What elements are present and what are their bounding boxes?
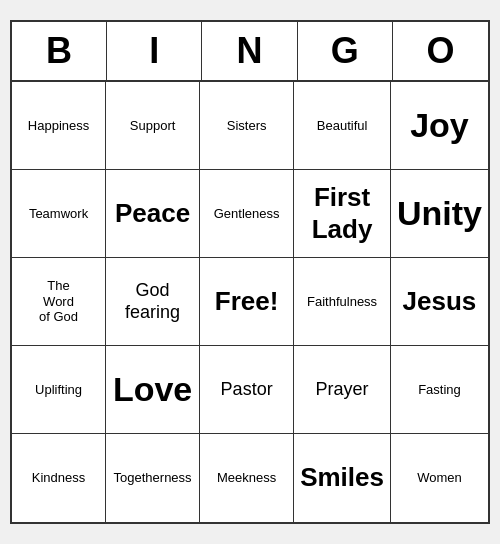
bingo-cell[interactable]: Pastor [200, 346, 294, 434]
bingo-cell[interactable]: Free! [200, 258, 294, 346]
cell-text: Pastor [221, 379, 273, 401]
bingo-cell[interactable]: Smiles [294, 434, 391, 522]
bingo-cell[interactable]: Peace [106, 170, 200, 258]
cell-text: Free! [215, 286, 279, 317]
cell-text: Togetherness [114, 470, 192, 486]
bingo-cell[interactable]: Togetherness [106, 434, 200, 522]
bingo-cell[interactable]: Kindness [12, 434, 106, 522]
cell-text: Kindness [32, 470, 85, 486]
cell-text: Women [417, 470, 462, 486]
bingo-cell[interactable]: Unity [391, 170, 488, 258]
bingo-cell[interactable]: FirstLady [294, 170, 391, 258]
bingo-cell[interactable]: Women [391, 434, 488, 522]
cell-text: Joy [410, 105, 469, 146]
bingo-cell[interactable]: Happiness [12, 82, 106, 170]
cell-text: TheWordof God [39, 278, 78, 325]
header-letter: I [107, 22, 202, 80]
cell-text: Meekness [217, 470, 276, 486]
cell-text: Peace [115, 198, 190, 229]
header-letter: B [12, 22, 107, 80]
bingo-cell[interactable]: TheWordof God [12, 258, 106, 346]
bingo-cell[interactable]: Sisters [200, 82, 294, 170]
header-letter: G [298, 22, 393, 80]
cell-text: Beautiful [317, 118, 368, 134]
bingo-grid: HappinessSupportSistersBeautifulJoyTeamw… [12, 82, 488, 522]
header-letter: O [393, 22, 488, 80]
cell-text: Prayer [316, 379, 369, 401]
bingo-cell[interactable]: Meekness [200, 434, 294, 522]
cell-text: Teamwork [29, 206, 88, 222]
bingo-cell[interactable]: Beautiful [294, 82, 391, 170]
bingo-header: BINGO [12, 22, 488, 82]
cell-text: Happiness [28, 118, 89, 134]
cell-text: Support [130, 118, 176, 134]
cell-text: Uplifting [35, 382, 82, 398]
cell-text: Sisters [227, 118, 267, 134]
cell-text: Gentleness [214, 206, 280, 222]
cell-text: Godfearing [125, 280, 180, 323]
bingo-cell[interactable]: Prayer [294, 346, 391, 434]
bingo-cell[interactable]: Godfearing [106, 258, 200, 346]
bingo-cell[interactable]: Uplifting [12, 346, 106, 434]
header-letter: N [202, 22, 297, 80]
cell-text: FirstLady [312, 182, 373, 244]
bingo-cell[interactable]: Support [106, 82, 200, 170]
cell-text: Fasting [418, 382, 461, 398]
cell-text: Smiles [300, 462, 384, 493]
bingo-cell[interactable]: Love [106, 346, 200, 434]
cell-text: Love [113, 369, 192, 410]
bingo-cell[interactable]: Teamwork [12, 170, 106, 258]
bingo-cell[interactable]: Gentleness [200, 170, 294, 258]
bingo-cell[interactable]: Faithfulness [294, 258, 391, 346]
cell-text: Unity [397, 193, 482, 234]
cell-text: Faithfulness [307, 294, 377, 310]
bingo-cell[interactable]: Joy [391, 82, 488, 170]
cell-text: Jesus [403, 286, 477, 317]
bingo-card: BINGO HappinessSupportSistersBeautifulJo… [10, 20, 490, 524]
bingo-cell[interactable]: Fasting [391, 346, 488, 434]
bingo-cell[interactable]: Jesus [391, 258, 488, 346]
